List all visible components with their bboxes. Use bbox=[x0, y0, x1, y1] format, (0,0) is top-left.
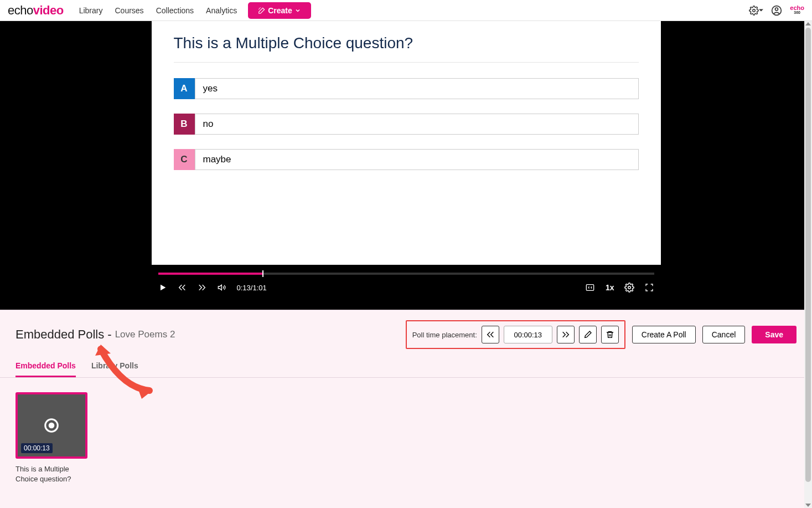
vertical-scrollbar[interactable] bbox=[804, 21, 812, 508]
rewind-icon[interactable] bbox=[177, 283, 187, 292]
choice-a[interactable]: A yes bbox=[174, 78, 639, 99]
choice-c[interactable]: C maybe bbox=[174, 149, 639, 170]
nav-right: echo360 bbox=[749, 5, 804, 16]
choice-letter: C bbox=[174, 149, 195, 170]
progress-bar[interactable] bbox=[158, 273, 654, 275]
svg-point-4 bbox=[628, 286, 630, 289]
delete-poll-button[interactable] bbox=[601, 326, 619, 343]
wand-icon bbox=[258, 7, 266, 14]
top-nav: echovideo Library Courses Collections An… bbox=[0, 0, 812, 21]
placement-label: Poll time placement: bbox=[412, 331, 477, 339]
logo[interactable]: echovideo bbox=[8, 3, 64, 18]
edit-poll-button[interactable] bbox=[579, 326, 597, 343]
tab-embedded-polls[interactable]: Embedded Polls bbox=[15, 361, 76, 377]
poll-marker-icon bbox=[43, 417, 60, 434]
play-icon[interactable] bbox=[158, 283, 167, 292]
choice-letter: B bbox=[174, 114, 195, 135]
forward-icon[interactable] bbox=[197, 283, 207, 292]
chevron-down-icon bbox=[294, 7, 301, 14]
nav-collections[interactable]: Collections bbox=[156, 6, 194, 15]
nav-analytics[interactable]: Analytics bbox=[206, 6, 237, 15]
create-poll-button[interactable]: Create A Poll bbox=[632, 326, 696, 343]
choice-b[interactable]: B no bbox=[174, 114, 639, 135]
choice-text: no bbox=[195, 114, 639, 135]
trash-icon bbox=[606, 330, 614, 339]
settings-menu[interactable] bbox=[749, 6, 763, 16]
save-button[interactable]: Save bbox=[752, 326, 797, 343]
poll-caption: This is a Multiple Choice question? bbox=[15, 464, 87, 484]
poll-editor: Embedded Polls - Love Poems 2 Poll time … bbox=[0, 310, 812, 508]
nav-library[interactable]: Library bbox=[79, 6, 103, 15]
caret-down-icon bbox=[759, 8, 763, 13]
settings-icon[interactable] bbox=[624, 283, 634, 293]
editor-header-title: Love Poems 2 bbox=[115, 329, 175, 340]
svg-point-0 bbox=[753, 9, 756, 12]
pencil-icon bbox=[583, 330, 592, 339]
svg-rect-3 bbox=[586, 285, 593, 291]
question-title: This is a Multiple Choice question? bbox=[174, 34, 639, 63]
time-display: 0:13/1:01 bbox=[237, 284, 267, 292]
choice-letter: A bbox=[174, 78, 195, 99]
nav-links: Library Courses Collections Analytics bbox=[79, 6, 237, 15]
choice-text: maybe bbox=[195, 149, 639, 170]
editor-header-prefix: Embedded Polls - bbox=[15, 327, 112, 342]
question-slide: This is a Multiple Choice question? A ye… bbox=[152, 21, 661, 265]
poll-thumbnails: 00:00:13 This is a Multiple Choice quest… bbox=[15, 392, 797, 484]
volume-icon[interactable] bbox=[217, 283, 227, 292]
poll-thumbnail[interactable]: 00:00:13 bbox=[15, 392, 87, 459]
cancel-button[interactable]: Cancel bbox=[702, 326, 746, 343]
speed-control[interactable]: 1x bbox=[606, 283, 614, 292]
nav-courses[interactable]: Courses bbox=[115, 6, 143, 15]
step-back-icon bbox=[486, 330, 495, 339]
video-stage: This is a Multiple Choice question? A ye… bbox=[0, 21, 812, 310]
cc-icon[interactable] bbox=[585, 283, 596, 292]
poll-thumb-time: 00:00:13 bbox=[21, 443, 53, 453]
editor-tabs: Embedded Polls Library Polls bbox=[0, 361, 812, 378]
fullscreen-icon[interactable] bbox=[644, 283, 654, 292]
svg-point-6 bbox=[49, 423, 54, 428]
step-forward-button[interactable] bbox=[557, 326, 575, 343]
gear-icon bbox=[749, 6, 759, 16]
tab-library-polls[interactable]: Library Polls bbox=[91, 361, 138, 377]
step-forward-icon bbox=[561, 330, 570, 339]
choices-list: A yes B no C maybe bbox=[174, 78, 639, 170]
player-controls: 0:13/1:01 1x bbox=[152, 265, 661, 299]
profile-icon[interactable] bbox=[771, 5, 782, 16]
create-button[interactable]: Create bbox=[248, 2, 311, 19]
placement-highlight: Poll time placement: bbox=[406, 320, 625, 349]
echo360-logo[interactable]: echo360 bbox=[790, 6, 804, 14]
svg-point-2 bbox=[775, 8, 778, 11]
choice-text: yes bbox=[195, 78, 639, 99]
placement-time-input[interactable] bbox=[504, 326, 552, 343]
poll-card[interactable]: 00:00:13 This is a Multiple Choice quest… bbox=[15, 392, 87, 484]
step-back-button[interactable] bbox=[482, 326, 499, 343]
